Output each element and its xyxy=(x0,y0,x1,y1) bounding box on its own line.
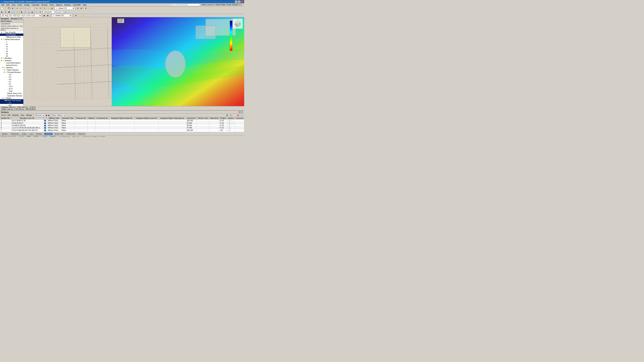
nav-tab-thicknesses[interactable]: Thicknesses xyxy=(10,133,20,135)
tb-zoom-in[interactable]: 🔍 xyxy=(24,7,27,10)
osnap-btn[interactable]: OSNAP xyxy=(49,136,56,137)
tb2-extra3[interactable]: 🔬 xyxy=(64,10,67,13)
tb-print[interactable]: 🖨 xyxy=(11,7,14,10)
tree-node-19[interactable]: ○σ1+ xyxy=(0,76,23,78)
view-extra[interactable]: 📐 xyxy=(82,14,86,17)
tree-node-22[interactable]: ○σ2- xyxy=(0,83,23,85)
menu-results[interactable]: Results xyxy=(40,3,49,6)
tree-node-16[interactable]: ▼📁Basic Stresses xyxy=(0,69,23,71)
tree-node-13[interactable]: ○Local Deformations xyxy=(0,62,23,64)
viewport[interactable]: 175.00 80.00 1 Y Z X xyxy=(24,17,244,106)
menu-file[interactable]: File xyxy=(0,3,5,6)
menu-tools[interactable]: Tools xyxy=(48,3,55,6)
bgrid-btn[interactable]: BGRID xyxy=(33,136,40,137)
minimize-button[interactable]: — xyxy=(235,0,238,3)
col-boundary[interactable]: Boundary Lines No. xyxy=(11,117,44,119)
tree-node-15[interactable]: ▼📁Stresses xyxy=(0,66,23,69)
col-lines[interactable]: Integrated Objects Lines No. xyxy=(134,117,159,119)
tb-iso[interactable]: 📦 xyxy=(50,7,54,10)
menu-window[interactable]: Window xyxy=(63,3,72,6)
tb-open[interactable]: 📂 xyxy=(4,7,7,10)
nav-tab-nodes[interactable]: Nodes xyxy=(21,133,28,135)
settings-menu-btn[interactable]: Settings xyxy=(25,114,32,116)
menu-options[interactable]: Options xyxy=(55,3,63,6)
tbl-add-btn[interactable]: ➕ xyxy=(226,114,229,117)
tb-grid[interactable]: ⊞ xyxy=(80,7,83,10)
prev-page-btn[interactable]: ◀ xyxy=(3,136,6,137)
table-row[interactable]: 319-26,36-45,27Without Thick...Plane50.0… xyxy=(0,122,244,124)
col-ecc[interactable]: Eccentricity No. xyxy=(96,117,109,119)
tbl-next-btn[interactable]: ▶ xyxy=(48,114,50,117)
selection-btn[interactable]: Selection xyxy=(12,114,20,116)
view-menu-btn[interactable]: View xyxy=(20,114,25,116)
tree-node-8[interactable]: ○φx xyxy=(0,50,23,52)
nav-pin-btn[interactable]: 📌 xyxy=(18,17,20,19)
col-openings[interactable]: Integrated Objects Openings No. xyxy=(159,117,186,119)
tb2-deform[interactable]: 〰 xyxy=(35,10,38,13)
snap-btn[interactable]: SNAP xyxy=(19,136,25,137)
tree-node-30[interactable]: ●εx+ xyxy=(0,102,23,104)
tb2-solid[interactable]: ▬ xyxy=(30,10,34,13)
tree-node-31[interactable]: ○εyy+ xyxy=(0,104,23,106)
col-mass[interactable]: Mass M [t] xyxy=(209,117,219,119)
tb-move[interactable]: ✛ xyxy=(38,7,42,10)
tb2-extra2[interactable]: 📈 xyxy=(60,10,64,13)
tree-node-21[interactable]: ○σ1- xyxy=(0,80,23,83)
menu-insert[interactable]: Insert xyxy=(16,3,23,6)
tree-node-9[interactable]: ○φy xyxy=(0,52,23,55)
goto-btn[interactable]: Go To xyxy=(1,114,6,116)
tbl-prev-btn[interactable]: ◀ xyxy=(45,114,48,117)
col-comment[interactable]: Comment xyxy=(235,117,244,119)
tb-select[interactable]: ↖ xyxy=(35,7,38,10)
tb2-surface[interactable]: ▭ xyxy=(27,10,30,13)
tb2-rotate[interactable]: 🔄 xyxy=(12,10,15,13)
tree-node-14[interactable]: ○Internal Forces xyxy=(0,64,23,66)
tb-new[interactable]: 📄 xyxy=(0,7,4,10)
nav-tab-member-sets[interactable]: Member Sets xyxy=(53,133,64,135)
tree-node-1[interactable]: ●Final Results xyxy=(0,33,23,36)
nav-tab-members[interactable]: Members xyxy=(35,133,44,135)
tree-node-24[interactable]: ○σ2,m xyxy=(0,87,23,90)
tree-node-4[interactable]: ○u xyxy=(0,40,23,43)
tb2-pan[interactable]: ✋ xyxy=(16,10,19,13)
menu-cad-bim[interactable]: CAD-BIM xyxy=(72,3,82,6)
col-options[interactable]: Options xyxy=(227,117,235,119)
table-row[interactable]: 51,2,4,71,270-65,28-132,66,262,245,2...W… xyxy=(0,127,244,129)
tb2-extra1[interactable]: 📊 xyxy=(57,10,60,13)
nav-static-tab[interactable]: Static Analysis xyxy=(0,20,23,23)
tb-settings1[interactable]: ⚙ xyxy=(76,7,79,10)
view-select[interactable]: 1 - Global XYZ xyxy=(52,14,72,17)
tb2-2[interactable]: ⏸ xyxy=(4,10,7,13)
menu-calculate[interactable]: Calculate xyxy=(31,3,40,6)
tb-wire[interactable]: 📐 xyxy=(46,7,50,10)
table-row[interactable]: 116,17,28,65-47,18Without Thick...Plane1… xyxy=(0,119,244,122)
glines-btn[interactable]: GLINES xyxy=(40,136,48,137)
tree-node-6[interactable]: ○uy xyxy=(0,45,23,48)
col-geometry[interactable]: Geometry Type xyxy=(61,117,75,119)
table-row[interactable]: 44-9,268,37-58,270Without Thick...Plane6… xyxy=(0,124,244,126)
nav-close-btn[interactable]: ✕ xyxy=(20,17,23,19)
col-nodes[interactable]: Integrated Objects Nodes No. xyxy=(109,117,134,119)
col-thickness[interactable]: Thickness No. xyxy=(75,117,88,119)
tree-node-12[interactable]: ▼📁Surfaces xyxy=(0,59,23,62)
view-dropdown[interactable]: 1 - Global XYZ xyxy=(55,7,75,10)
tree-node-0[interactable]: ▼📁Type of results xyxy=(0,31,23,33)
tbl-delete-btn[interactable]: ✕ xyxy=(229,114,232,117)
first-page-btn[interactable]: |◀ xyxy=(1,136,3,137)
tree-node-2[interactable]: ○Differences to initial state xyxy=(0,36,23,38)
col-surface-no[interactable]: Surface No. xyxy=(0,117,11,119)
tree-node-18[interactable]: ○σz,+ xyxy=(0,73,23,76)
col-stiffness[interactable]: Stiffness Type xyxy=(47,117,61,119)
tree-node-20[interactable]: ○σ2+ xyxy=(0,78,23,80)
menu-assign[interactable]: Assign xyxy=(23,3,31,6)
col-area[interactable]: Area A [m²] xyxy=(186,117,196,119)
prev-result-btn[interactable]: ◀ xyxy=(42,14,46,17)
col-position[interactable]: Position xyxy=(219,117,227,119)
nav-tab-lines[interactable]: Lines xyxy=(28,133,34,135)
view-settings-btn[interactable]: ⚙ xyxy=(74,14,78,17)
result-type-select[interactable]: S:C: xyxy=(1,14,8,17)
last-page-btn[interactable]: ▶| xyxy=(14,136,16,137)
load-combo-select[interactable]: S:C: CO2 LC1 + LC2 + LC3 + LC4 xyxy=(8,14,42,17)
tree-node-29[interactable]: ▼📁Basic Total Strains xyxy=(0,99,23,102)
edit-btn[interactable]: Edit xyxy=(7,114,11,116)
